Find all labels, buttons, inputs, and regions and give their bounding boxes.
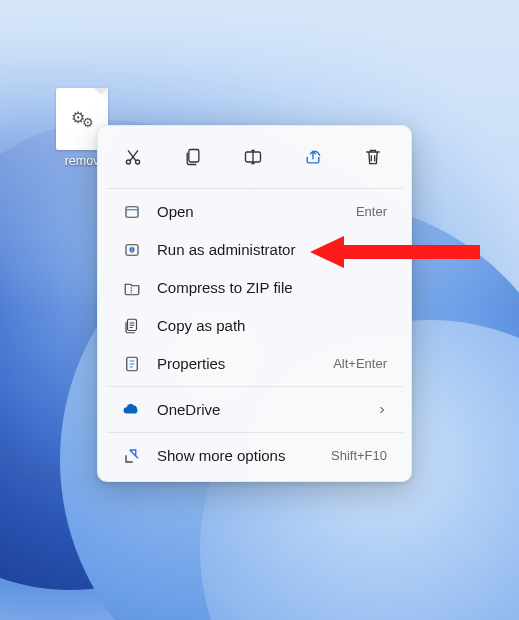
- copy-button[interactable]: [176, 140, 210, 174]
- rename-button[interactable]: [236, 140, 270, 174]
- copy-path-icon: [122, 316, 141, 335]
- rename-icon: [243, 147, 263, 167]
- chevron-right-icon: [377, 405, 387, 415]
- svg-point-1: [136, 160, 140, 164]
- delete-button[interactable]: [356, 140, 390, 174]
- menu-item-label: Open: [157, 203, 340, 220]
- menu-divider: [106, 432, 403, 433]
- svg-rect-2: [189, 150, 199, 163]
- menu-item-label: Copy as path: [157, 317, 387, 334]
- menu-item-label: Compress to ZIP file: [157, 279, 387, 296]
- menu-item-open[interactable]: Open Enter: [104, 193, 405, 230]
- copy-icon: [183, 147, 203, 167]
- properties-icon: [122, 354, 141, 373]
- more-options-icon: [122, 446, 141, 465]
- menu-item-compress[interactable]: Compress to ZIP file: [104, 269, 405, 306]
- delete-icon: [363, 147, 383, 167]
- svg-rect-4: [126, 206, 138, 217]
- menu-item-run-as-admin[interactable]: Run as administrator: [104, 231, 405, 268]
- share-button[interactable]: [296, 140, 330, 174]
- cut-button[interactable]: [116, 140, 150, 174]
- cut-icon: [123, 147, 143, 167]
- menu-item-shortcut: Enter: [356, 204, 387, 219]
- context-menu: Open Enter Run as administrator Compress…: [97, 125, 412, 482]
- svg-point-0: [126, 160, 130, 164]
- menu-item-label: OneDrive: [157, 401, 361, 418]
- desktop-shortcut-label: remov: [65, 154, 100, 168]
- menu-item-label: Properties: [157, 355, 317, 372]
- share-icon: [303, 147, 323, 167]
- menu-divider: [106, 386, 403, 387]
- zip-icon: [122, 278, 141, 297]
- menu-item-label: Show more options: [157, 447, 315, 464]
- menu-item-label: Run as administrator: [157, 241, 387, 258]
- menu-item-copy-path[interactable]: Copy as path: [104, 307, 405, 344]
- menu-item-more-options[interactable]: Show more options Shift+F10: [104, 437, 405, 474]
- menu-item-onedrive[interactable]: OneDrive: [104, 391, 405, 428]
- open-icon: [122, 202, 141, 221]
- menu-item-properties[interactable]: Properties Alt+Enter: [104, 345, 405, 382]
- shield-icon: [122, 240, 141, 259]
- menu-item-shortcut: Alt+Enter: [333, 356, 387, 371]
- menu-item-shortcut: Shift+F10: [331, 448, 387, 463]
- onedrive-icon: [122, 400, 141, 419]
- menu-divider: [106, 188, 403, 189]
- quick-actions-row: [98, 134, 411, 184]
